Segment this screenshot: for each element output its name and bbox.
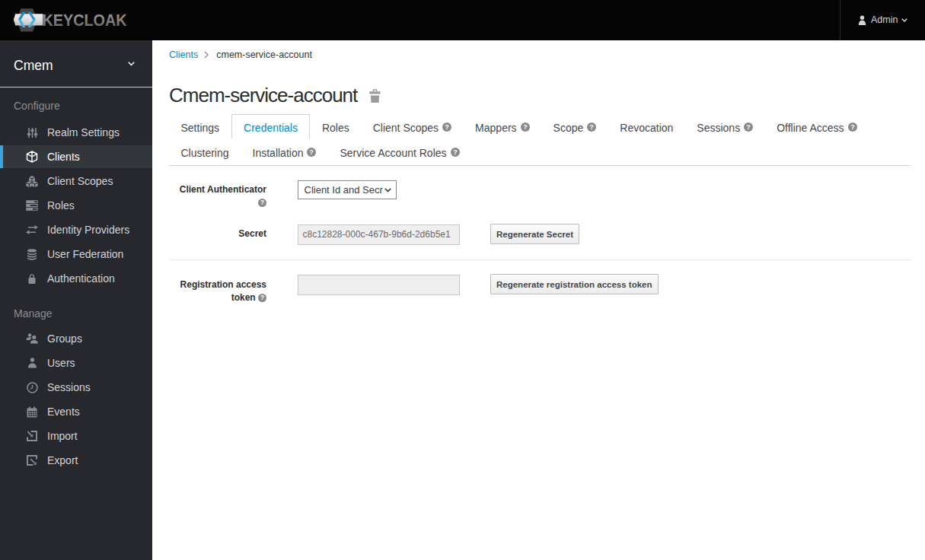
svg-text:KEYCLOAK: KEYCLOAK (43, 11, 128, 29)
svg-text:?: ? (746, 123, 751, 131)
svg-text:?: ? (453, 148, 458, 156)
svg-text:?: ? (310, 148, 314, 156)
svg-text:?: ? (590, 123, 595, 131)
svg-text:?: ? (260, 294, 264, 301)
svg-text:?: ? (445, 123, 449, 131)
svg-text:?: ? (850, 123, 855, 131)
svg-text:?: ? (523, 123, 528, 131)
svg-text:?: ? (260, 199, 264, 206)
